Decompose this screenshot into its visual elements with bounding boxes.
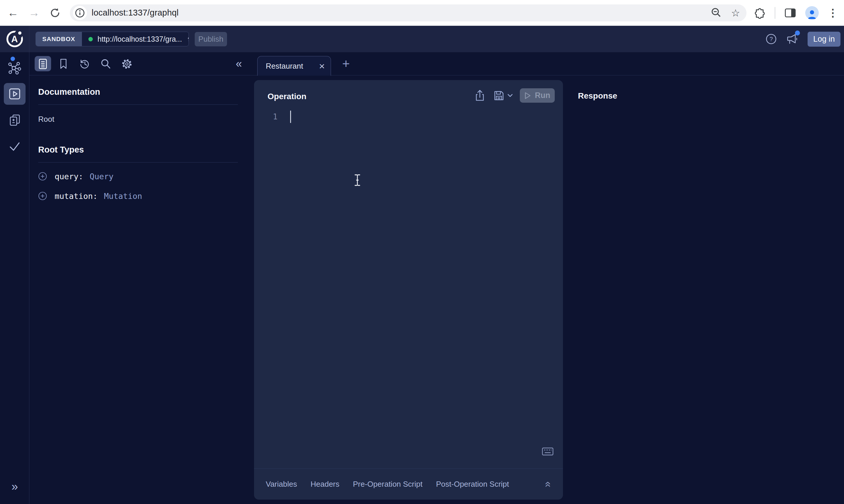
- collapse-docs-button[interactable]: «: [236, 52, 242, 75]
- sandbox-env-badge[interactable]: SANDBOX: [36, 32, 82, 46]
- documentation-panel: « Documentation Root Root Types: [29, 52, 249, 504]
- add-mutation-button[interactable]: [38, 192, 47, 200]
- zoom-out-icon[interactable]: [711, 7, 722, 19]
- root-types-divider: [38, 162, 238, 163]
- save-operation-button[interactable]: [493, 89, 513, 102]
- browser-menu-button[interactable]: ⋮: [828, 7, 837, 19]
- back-icon: ←: [7, 6, 18, 19]
- share-export-icon: [474, 89, 486, 102]
- explorer-play-icon: [8, 87, 21, 100]
- line-number: 1: [269, 112, 277, 121]
- workspace: Restaurant × + Operation: [249, 52, 844, 504]
- settings-gear-icon: [121, 58, 133, 70]
- chevron-down-icon[interactable]: [507, 94, 513, 97]
- run-button[interactable]: Run: [520, 88, 555, 103]
- expand-footer-button[interactable]: «: [543, 481, 554, 487]
- site-info-button[interactable]: [73, 6, 87, 20]
- footer-tab-pre-operation-script[interactable]: Pre-Operation Script: [353, 480, 423, 489]
- endpoint-url-input[interactable]: http://localhost:1337/gra...: [98, 35, 182, 43]
- apollo-logo-button[interactable]: A: [0, 26, 29, 52]
- run-label: Run: [535, 91, 550, 100]
- docs-title: Documentation: [38, 87, 238, 97]
- expand-rail-button[interactable]: »: [0, 480, 29, 493]
- plus-circle-icon: [38, 172, 47, 181]
- gear-icon: [187, 33, 189, 44]
- query-field-label: query:: [55, 172, 83, 181]
- announcements-button[interactable]: [785, 32, 799, 46]
- mutation-type-link[interactable]: Mutation: [104, 192, 142, 201]
- browser-toolbar: ← → localhost:1337/graphql: [0, 0, 844, 26]
- browser-reload-button[interactable]: [47, 5, 64, 21]
- footer-tab-variables[interactable]: Variables: [266, 480, 297, 489]
- text-caret: [290, 111, 291, 123]
- browser-back-button[interactable]: ←: [5, 5, 21, 21]
- tab-restaurant[interactable]: Restaurant ×: [257, 56, 331, 76]
- graph-icon: [8, 61, 21, 75]
- docs-tab-history[interactable]: [76, 52, 93, 75]
- operation-panel: Operation: [254, 80, 563, 500]
- checkmark-icon: [8, 140, 21, 152]
- rail-item-checks[interactable]: [0, 140, 29, 152]
- root-type-row-mutation[interactable]: mutation: Mutation: [38, 190, 238, 202]
- site-info-icon: [74, 7, 85, 18]
- keyboard-icon: [542, 447, 554, 455]
- docs-tab-search[interactable]: [98, 52, 114, 75]
- browser-forward-button[interactable]: →: [26, 5, 42, 21]
- extensions-icon[interactable]: [754, 7, 766, 19]
- svg-text:?: ?: [770, 36, 773, 42]
- apollo-header: A SANDBOX http://localhost:1337/gra... P…: [0, 26, 844, 52]
- keyboard-shortcuts-button[interactable]: [542, 447, 554, 455]
- document-lines-icon: [38, 59, 47, 69]
- toolbar-divider: [775, 7, 775, 19]
- help-button[interactable]: ?: [765, 33, 777, 45]
- root-types-title: Root Types: [38, 145, 238, 155]
- mutation-field-label: mutation:: [55, 192, 98, 201]
- diff-docs-icon: [8, 113, 21, 126]
- bookmark-star-icon[interactable]: ☆: [731, 7, 740, 19]
- root-type-row-query[interactable]: query: Query: [38, 170, 238, 182]
- plus-icon: +: [342, 56, 350, 71]
- footer-tab-headers[interactable]: Headers: [310, 480, 339, 489]
- bookmark-icon: [59, 58, 68, 70]
- rail-item-schema-graph[interactable]: [0, 61, 29, 75]
- chevrons-left-icon: «: [236, 57, 242, 70]
- query-type-link[interactable]: Query: [90, 172, 113, 181]
- rail-item-explorer[interactable]: [0, 87, 29, 100]
- connection-settings-button[interactable]: [187, 33, 189, 44]
- close-tab-icon[interactable]: ×: [319, 61, 325, 71]
- main-content: »: [0, 52, 844, 504]
- run-play-icon: [524, 92, 531, 100]
- browser-profile-avatar[interactable]: [805, 6, 819, 20]
- side-panel-icon[interactable]: [784, 7, 796, 19]
- history-clock-icon: [79, 58, 90, 70]
- apollo-logo-icon: A: [6, 31, 23, 47]
- mouse-ibeam-cursor: [354, 174, 361, 186]
- docs-tab-documentation[interactable]: [35, 52, 51, 75]
- forward-icon: →: [29, 6, 40, 19]
- announcement-notification-dot: [795, 31, 800, 36]
- add-query-button[interactable]: [38, 172, 47, 181]
- overflow-icon: ⋮: [828, 7, 838, 19]
- endpoint-selector: SANDBOX http://localhost:1337/gra...: [36, 32, 189, 46]
- browser-address-bar[interactable]: localhost:1337/graphql ☆: [70, 4, 746, 21]
- publish-button[interactable]: Publish: [195, 32, 227, 46]
- new-tab-button[interactable]: +: [337, 55, 355, 73]
- docs-toolbar: «: [29, 52, 249, 75]
- url-text[interactable]: localhost:1337/graphql: [92, 8, 178, 18]
- docs-tab-saved[interactable]: [55, 52, 72, 75]
- schema-notification-dot: [11, 57, 15, 61]
- chevrons-up-icon: «: [542, 481, 554, 487]
- operation-tabstrip: Restaurant × +: [249, 52, 844, 75]
- operation-editor[interactable]: 1: [254, 111, 563, 123]
- footer-tab-post-operation-script[interactable]: Post-Operation Script: [436, 480, 509, 489]
- response-title: Response: [578, 91, 617, 101]
- rail-item-changelog[interactable]: [0, 113, 29, 126]
- apollo-logo-letter: A: [11, 35, 18, 44]
- share-operation-button[interactable]: [474, 89, 486, 102]
- tab-label: Restaurant: [266, 61, 319, 71]
- docs-root-label: Root: [38, 115, 238, 124]
- login-button[interactable]: Log in: [808, 32, 841, 47]
- apollo-sandbox-screen: ← → localhost:1337/graphql: [0, 0, 844, 504]
- docs-tab-settings[interactable]: [119, 52, 135, 75]
- save-floppy-icon: [493, 89, 505, 102]
